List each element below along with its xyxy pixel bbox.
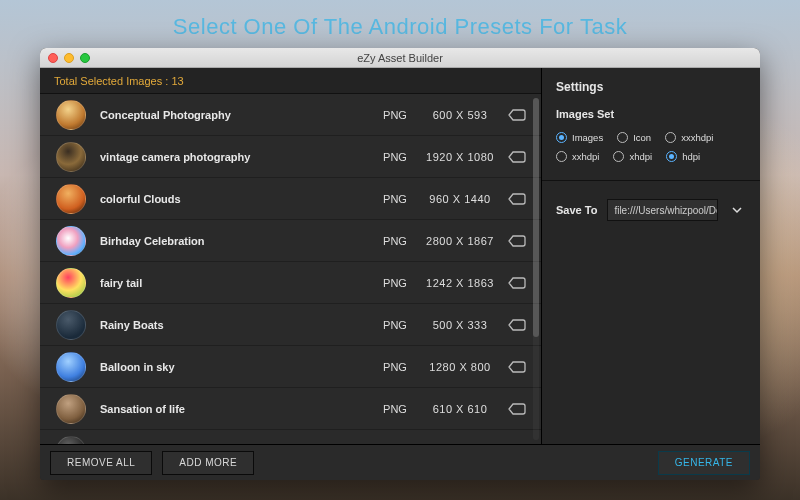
row-dimensions: 500 X 333 [415,319,505,331]
add-more-button[interactable]: ADD MORE [162,451,254,475]
row-tag-icon[interactable] [505,402,529,416]
radio-label: xxhdpi [572,151,599,162]
row-thumbnail [56,184,86,214]
row-name: Birhday Celebration [86,235,375,247]
row-name: Balloon in sky [86,361,375,373]
radio-icon [613,151,624,162]
row-dimensions: 2800 X 1867 [415,235,505,247]
radio-label: Images [572,132,603,143]
table-row[interactable]: Rainy BoatsPNG500 X 333 [40,304,541,346]
row-tag-icon[interactable] [505,318,529,332]
radio-hdpi[interactable]: hdpi [666,151,700,162]
row-format: PNG [375,403,415,415]
row-name: Sansation of life [86,403,375,415]
row-thumbnail [56,310,86,340]
row-dimensions: 610 X 610 [415,403,505,415]
radio-label: hdpi [682,151,700,162]
row-thumbnail [56,142,86,172]
hero-title: Select One Of The Android Presets For Ta… [0,0,800,40]
row-format: PNG [375,277,415,289]
settings-panel: Settings Images Set ImagesIconxxxhdpixxh… [542,68,760,444]
radio-images[interactable]: Images [556,132,603,143]
row-thumbnail [56,268,86,298]
table-row[interactable]: fairy tailPNG1242 X 1863 [40,262,541,304]
radio-icon [617,132,628,143]
radio-icon [556,132,567,143]
row-format: PNG [375,319,415,331]
list-scrollbar[interactable] [533,98,539,440]
row-dimensions: 960 X 1440 [415,193,505,205]
row-dimensions: 600 X 593 [415,109,505,121]
radio-label: xhdpi [629,151,652,162]
row-format: PNG [375,151,415,163]
remove-all-button[interactable]: REMOVE ALL [50,451,152,475]
row-name: Rainy Boats [86,319,375,331]
row-name: vintage camera photography [86,151,375,163]
save-path-field[interactable]: file:///Users/whizpool/Des [607,199,718,221]
app-window: eZy Asset Builder Total Selected Images … [40,48,760,480]
radio-icon [666,151,677,162]
table-row[interactable]: Conceptual PhotographyPNG600 X 593 [40,94,541,136]
images-set-radios: ImagesIconxxxhdpixxhdpixhdpihdpi [556,132,746,162]
row-format: PNG [375,361,415,373]
settings-title: Settings [556,80,746,94]
row-thumbnail [56,394,86,424]
row-tag-icon[interactable] [505,276,529,290]
total-selected-label: Total Selected Images : 13 [40,68,541,94]
image-list: Conceptual PhotographyPNG600 X 593vintag… [40,94,541,444]
radio-icon [665,132,676,143]
radio-label: Icon [633,132,651,143]
row-format: PNG [375,193,415,205]
row-tag-icon[interactable] [505,444,529,445]
footer-bar: REMOVE ALL ADD MORE GENERATE [40,444,760,480]
table-row[interactable]: Birhday CelebrationPNG2800 X 1867 [40,220,541,262]
row-dimensions: 1280 X 800 [415,361,505,373]
scroll-thumb[interactable] [533,98,539,337]
row-thumbnail [56,352,86,382]
table-row[interactable]: Balloon in skyPNG1280 X 800 [40,346,541,388]
row-tag-icon[interactable] [505,150,529,164]
table-row[interactable]: Color of lifePNG333 X 499 [40,430,541,444]
row-dimensions: 1242 X 1863 [415,277,505,289]
row-name: Conceptual Photography [86,109,375,121]
row-dimensions: 1920 X 1080 [415,151,505,163]
row-tag-icon[interactable] [505,192,529,206]
row-tag-icon[interactable] [505,108,529,122]
row-name: colorful Clouds [86,193,375,205]
image-list-panel: Total Selected Images : 13 Conceptual Ph… [40,68,542,444]
row-thumbnail [56,226,86,256]
row-format: PNG [375,109,415,121]
radio-xxhdpi[interactable]: xxhdpi [556,151,599,162]
images-set-title: Images Set [556,108,746,120]
titlebar: eZy Asset Builder [40,48,760,68]
radio-xhdpi[interactable]: xhdpi [613,151,652,162]
generate-button[interactable]: GENERATE [658,451,750,475]
row-thumbnail [56,436,86,445]
save-path-chevron-icon[interactable] [728,199,746,221]
radio-xxxhdpi[interactable]: xxxhdpi [665,132,713,143]
row-format: PNG [375,235,415,247]
table-row[interactable]: vintage camera photographyPNG1920 X 1080 [40,136,541,178]
row-tag-icon[interactable] [505,234,529,248]
save-to-row: Save To file:///Users/whizpool/Des [556,199,746,221]
table-row[interactable]: colorful CloudsPNG960 X 1440 [40,178,541,220]
row-tag-icon[interactable] [505,360,529,374]
row-name: fairy tail [86,277,375,289]
table-row[interactable]: Sansation of lifePNG610 X 610 [40,388,541,430]
radio-label: xxxhdpi [681,132,713,143]
row-thumbnail [56,100,86,130]
radio-icon [556,151,567,162]
save-to-label: Save To [556,204,597,216]
radio-icon[interactable]: Icon [617,132,651,143]
window-title: eZy Asset Builder [40,52,760,64]
settings-divider [542,180,760,181]
